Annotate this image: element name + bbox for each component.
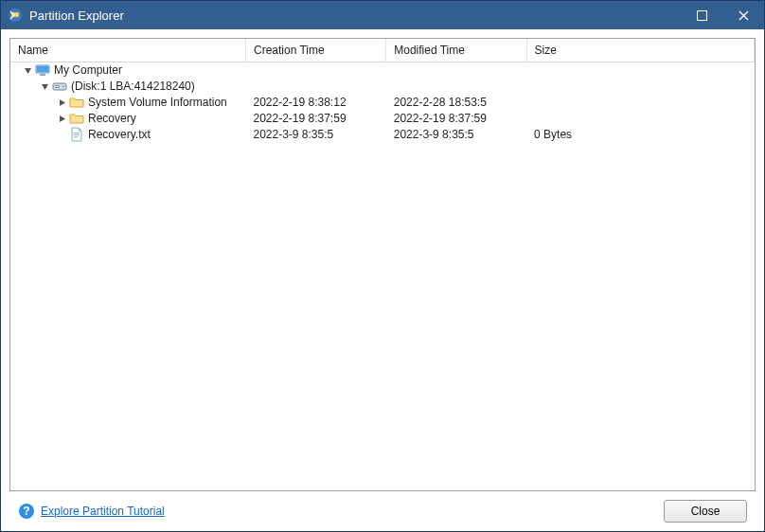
folder-icon (69, 95, 84, 110)
close-button-label: Close (691, 505, 721, 518)
tree-row-disk[interactable]: (Disk:1 LBA:414218240) (10, 79, 755, 95)
close-window-button[interactable] (722, 1, 764, 29)
cell-size (526, 111, 754, 127)
close-icon (738, 10, 749, 21)
close-button[interactable]: Close (664, 500, 747, 523)
svg-rect-10 (74, 133, 80, 133)
svg-rect-12 (74, 136, 78, 137)
window: Partition Explorer (0, 0, 765, 532)
column-header-modified[interactable]: Modified Time (386, 39, 526, 62)
svg-rect-9 (55, 87, 60, 88)
expander-collapse-icon[interactable] (22, 64, 33, 76)
maximize-icon (697, 10, 707, 21)
cell-modified: 2022-3-9 8:35:5 (386, 127, 526, 143)
help-icon: ? (18, 503, 35, 520)
tree-row-item[interactable]: Recovery 2022-2-19 8:37:59 2022-2-19 8:3… (10, 111, 755, 127)
tree-row-item[interactable]: Recovery.txt 2022-3-9 8:35:5 2022-3-9 8:… (10, 127, 755, 143)
tree-row-root[interactable]: My Computer (10, 62, 755, 79)
cell-modified: 2022-2-28 18:53:5 (386, 95, 526, 111)
maximize-button[interactable] (681, 1, 722, 29)
svg-text:?: ? (23, 505, 29, 518)
app-icon (7, 7, 24, 24)
column-header-row: Name Creation Time Modified Time Size (10, 39, 755, 62)
footer: ? Explore Partition Tutorial Close (9, 491, 756, 531)
file-icon (69, 127, 84, 142)
column-header-name[interactable]: Name (10, 39, 245, 62)
cell-modified: 2022-2-19 8:37:59 (386, 111, 526, 127)
cell-creation: 2022-2-19 8:37:59 (245, 111, 385, 127)
cell-creation: 2022-3-9 8:35:5 (245, 127, 385, 143)
expander-expand-icon[interactable] (56, 113, 67, 124)
titlebar: Partition Explorer (1, 1, 764, 29)
tree-row-item[interactable]: System Volume Information 2022-2-19 8:38… (10, 95, 755, 111)
computer-icon (35, 62, 50, 78)
column-header-creation[interactable]: Creation Time (245, 39, 385, 62)
svg-rect-8 (55, 85, 60, 86)
content-area: Name Creation Time Modified Time Size (1, 29, 764, 531)
column-header-size[interactable]: Size (526, 39, 754, 62)
expander-expand-icon[interactable] (56, 97, 67, 108)
svg-rect-5 (40, 74, 45, 76)
folder-icon (69, 111, 84, 126)
node-label: Recovery.txt (88, 128, 151, 141)
tree-pane[interactable]: Name Creation Time Modified Time Size (9, 38, 756, 491)
tree-table: Name Creation Time Modified Time Size (10, 39, 755, 143)
svg-rect-4 (37, 66, 48, 72)
disk-icon (52, 79, 67, 94)
window-title: Partition Explorer (29, 9, 124, 23)
svg-rect-2 (697, 10, 706, 20)
cell-creation: 2022-2-19 8:38:12 (245, 95, 385, 111)
node-label: System Volume Information (88, 96, 227, 109)
expander-collapse-icon[interactable] (39, 80, 50, 92)
cell-size: 0 Bytes (526, 127, 754, 143)
svg-rect-11 (74, 134, 80, 135)
node-label: (Disk:1 LBA:414218240) (71, 80, 195, 93)
tutorial-link[interactable]: Explore Partition Tutorial (41, 505, 165, 518)
svg-point-7 (62, 86, 64, 88)
node-label: My Computer (54, 63, 122, 77)
cell-size (526, 95, 754, 111)
node-label: Recovery (88, 112, 136, 125)
